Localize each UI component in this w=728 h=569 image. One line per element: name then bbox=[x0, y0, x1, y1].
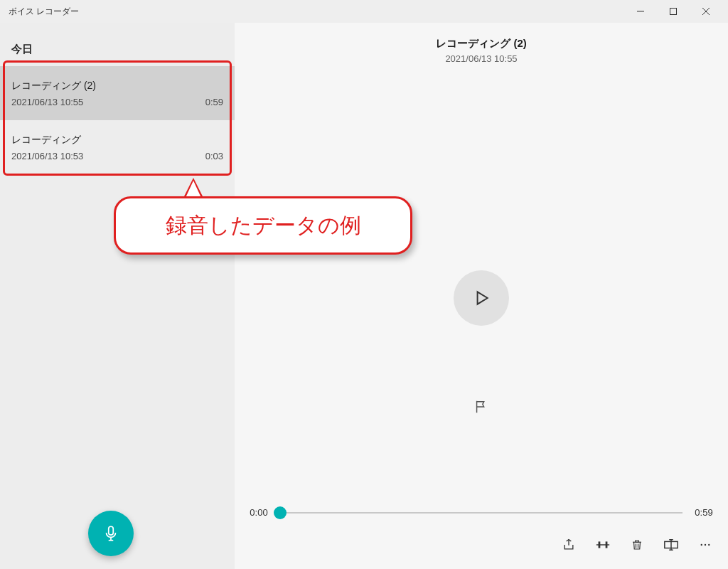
trim-icon bbox=[595, 538, 611, 552]
sidebar: 今日 レコーディング (2) 2021/06/13 10:55 0:59 レコー… bbox=[0, 23, 235, 569]
more-icon bbox=[699, 538, 712, 551]
maximize-icon bbox=[670, 8, 677, 15]
delete-icon bbox=[631, 538, 643, 552]
play-area bbox=[235, 64, 728, 569]
svg-point-18 bbox=[708, 544, 710, 546]
playback-timeline[interactable]: 0:00 0:59 bbox=[245, 507, 718, 518]
flag-icon bbox=[473, 399, 489, 415]
record-button[interactable] bbox=[88, 511, 134, 556]
rename-icon bbox=[663, 538, 679, 551]
share-button[interactable] bbox=[553, 529, 584, 560]
play-button[interactable] bbox=[454, 270, 509, 326]
share-icon bbox=[562, 538, 576, 552]
close-icon bbox=[702, 8, 710, 15]
svg-line-2 bbox=[702, 8, 710, 15]
recording-title: レコーディング (2) bbox=[11, 80, 223, 92]
maximize-button[interactable] bbox=[657, 0, 690, 23]
play-icon bbox=[472, 289, 491, 307]
add-marker-button[interactable] bbox=[469, 394, 494, 420]
content: 今日 レコーディング (2) 2021/06/13 10:55 0:59 レコー… bbox=[0, 23, 728, 569]
svg-rect-11 bbox=[606, 541, 608, 548]
svg-rect-4 bbox=[109, 526, 114, 535]
titlebar: ボイス レコーダー bbox=[0, 0, 728, 23]
detail-pane: レコーディング (2) 2021/06/13 10:55 bbox=[235, 23, 728, 569]
app-window: ボイス レコーダー 今日 レコーディング (2) 2021/06/13 10:5… bbox=[0, 0, 728, 569]
close-button[interactable] bbox=[690, 0, 722, 23]
more-button[interactable] bbox=[690, 529, 721, 560]
recording-duration: 0:03 bbox=[205, 151, 223, 161]
detail-subtitle: 2021/06/13 10:55 bbox=[235, 53, 728, 64]
recording-title: レコーディング bbox=[11, 134, 223, 147]
recordings-list: レコーディング (2) 2021/06/13 10:55 0:59 レコーディン… bbox=[0, 66, 235, 174]
svg-rect-1 bbox=[670, 9, 677, 15]
svg-line-3 bbox=[702, 8, 710, 15]
action-bar bbox=[235, 528, 728, 562]
recording-item[interactable]: レコーディング 2021/06/13 10:53 0:03 bbox=[0, 120, 235, 174]
recording-datetime: 2021/06/13 10:55 bbox=[11, 97, 83, 107]
timeline-start-label: 0:00 bbox=[245, 507, 273, 518]
recording-duration: 0:59 bbox=[205, 97, 223, 107]
recording-item[interactable]: レコーディング (2) 2021/06/13 10:55 0:59 bbox=[0, 66, 235, 120]
recording-datetime: 2021/06/13 10:53 bbox=[11, 151, 83, 161]
minimize-button[interactable] bbox=[624, 0, 657, 23]
rename-button[interactable] bbox=[655, 529, 687, 560]
timeline-end-label: 0:59 bbox=[690, 507, 718, 518]
svg-point-16 bbox=[701, 544, 702, 546]
recording-meta: 2021/06/13 10:53 0:03 bbox=[11, 151, 223, 161]
minimize-icon bbox=[637, 8, 644, 15]
svg-point-17 bbox=[705, 544, 706, 546]
timeline-track[interactable] bbox=[280, 512, 682, 514]
svg-marker-7 bbox=[478, 292, 488, 304]
app-title: ボイス レコーダー bbox=[6, 6, 79, 18]
timeline-thumb[interactable] bbox=[274, 506, 287, 519]
detail-title: レコーディング (2) bbox=[235, 37, 728, 50]
section-header-today: 今日 bbox=[0, 23, 235, 66]
svg-rect-10 bbox=[599, 541, 601, 548]
recording-meta: 2021/06/13 10:55 0:59 bbox=[11, 97, 223, 107]
delete-button[interactable] bbox=[621, 529, 653, 560]
microphone-icon bbox=[102, 524, 120, 543]
detail-header: レコーディング (2) 2021/06/13 10:55 bbox=[235, 23, 728, 64]
trim-button[interactable] bbox=[587, 529, 619, 560]
